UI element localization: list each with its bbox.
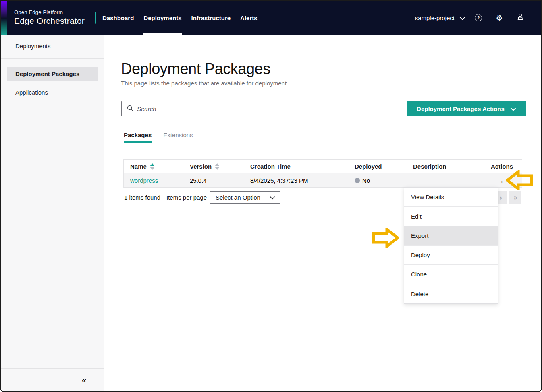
header-divider [95,12,96,24]
app-window: Open Edge Platform Edge Orchestrator Das… [0,0,542,392]
search-icon [127,105,133,113]
menu-item-view-details[interactable]: View Details [404,188,498,207]
brand-logo: Open Edge Platform Edge Orchestrator [14,9,85,27]
project-name: sample-project [415,14,455,21]
project-selector[interactable]: sample-project [415,14,465,21]
deployed-status-label: No [362,177,370,184]
brand-gradient-strip [1,1,7,35]
menu-item-export[interactable]: Export [404,226,498,246]
packages-table: Name Version Creation Time Deployed Desc… [123,159,522,188]
items-per-page-label: Items per page [166,194,207,201]
items-per-page-select[interactable]: Select an Option [210,191,280,204]
items-found-label: 1 items found [124,194,160,201]
sidebar-item-applications[interactable]: Applications [1,81,104,103]
nav-item-dashboard[interactable]: Dashboard [98,1,139,35]
sidebar: Deployments Deployment Packages Applicat… [1,35,104,391]
top-header: Open Edge Platform Edge Orchestrator Das… [1,1,541,35]
select-value: Select an Option [216,194,260,201]
nav-item-deployments[interactable]: Deployments [139,1,186,35]
row-actions-ellipsis-icon[interactable]: ⋮ [499,177,505,184]
package-creation-time: 8/4/2025, 4:37:23 PM [244,177,348,184]
page-subtitle: This page lists the packages that are av… [121,80,288,87]
chevron-down-icon [510,105,516,112]
pagination-last-button[interactable]: » [509,191,521,204]
sidebar-divider [1,103,104,103]
sidebar-collapse-icon[interactable]: « [82,375,86,385]
user-icon [516,12,525,23]
top-nav: Dashboard Deployments Infrastructure Ale… [98,1,262,35]
column-header-actions: Actions [483,163,521,170]
page-title: Deployment Packages [121,60,270,78]
menu-item-delete[interactable]: Delete [404,284,498,303]
help-button[interactable]: ? [469,14,487,21]
nav-item-alerts[interactable]: Alerts [235,1,262,35]
column-header-creation-time: Creation Time [244,163,348,170]
menu-item-clone[interactable]: Clone [404,265,498,284]
sort-icon-version[interactable] [215,163,220,170]
column-header-name[interactable]: Name [124,163,183,170]
deployed-status: No [355,177,407,184]
chevron-down-icon [270,194,275,201]
deployment-packages-actions-button[interactable]: Deployment Packages Actions [407,101,526,116]
tab-packages[interactable]: Packages [119,130,156,142]
header-right: sample-project ? ⚙ [415,12,541,23]
column-header-version[interactable]: Version [183,163,244,170]
package-version: 25.0.4 [183,177,244,184]
chevron-down-icon [459,14,465,21]
package-name-link[interactable]: wordpress [130,177,158,184]
brand-product-name: Edge Orchestrator [14,16,85,26]
settings-button[interactable]: ⚙ [490,14,508,22]
column-header-deployed: Deployed [348,163,407,170]
sidebar-item-deployments[interactable]: Deployments [1,35,104,58]
sidebar-footer: « [1,368,104,391]
search-input[interactable] [137,101,320,116]
main-content: Deployment Packages This page lists the … [104,35,541,391]
nav-item-infrastructure[interactable]: Infrastructure [187,1,236,35]
sidebar-divider [1,58,104,59]
sort-icon-name[interactable] [150,163,155,170]
actions-button-label: Deployment Packages Actions [417,105,505,112]
table-header-row: Name Version Creation Time Deployed Desc… [124,160,522,173]
table-row: wordpress 25.0.4 8/4/2025, 4:37:23 PM No… [124,173,522,188]
tab-strip: Packages Extensions [106,130,185,142]
gear-icon: ⚙ [496,14,503,22]
menu-item-deploy[interactable]: Deploy [404,246,498,265]
status-dot-icon [355,178,360,183]
row-actions-menu: View Details Edit Export Deploy Clone De… [404,187,498,304]
search-box [121,101,320,116]
tab-extensions[interactable]: Extensions [159,130,197,142]
help-icon: ? [475,14,482,21]
sidebar-item-deployment-packages[interactable]: Deployment Packages [7,67,98,81]
brand-platform-name: Open Edge Platform [14,9,85,16]
menu-item-edit[interactable]: Edit [404,207,498,226]
user-menu-button[interactable] [511,12,529,23]
column-header-description: Description [407,163,483,170]
